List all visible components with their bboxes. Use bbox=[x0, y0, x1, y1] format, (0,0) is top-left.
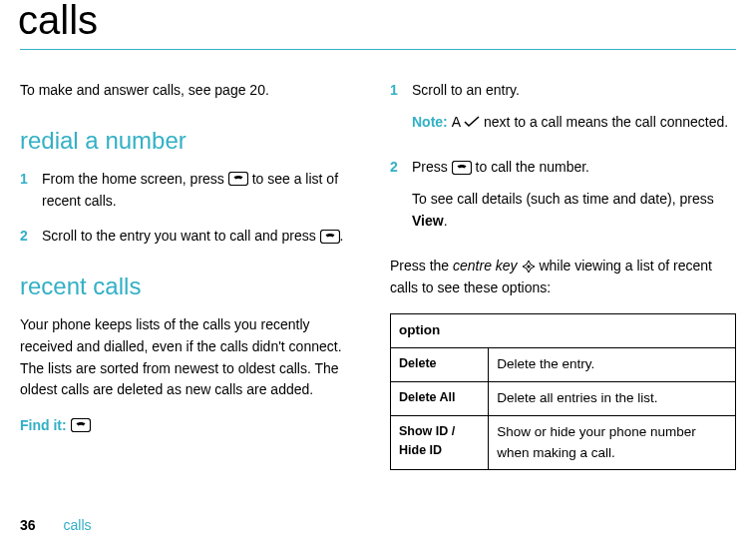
option-name: Show ID / Hide ID bbox=[391, 415, 489, 470]
step-pre: From the home screen, press bbox=[42, 171, 228, 187]
centre-key-icon bbox=[522, 260, 536, 273]
svg-rect-1 bbox=[320, 230, 339, 243]
send-key-icon bbox=[320, 230, 340, 244]
step-pre: Scroll to the entry you want to call and… bbox=[42, 228, 320, 244]
option-desc: Show or hide your phone number when maki… bbox=[489, 415, 736, 470]
send-key-icon bbox=[71, 418, 91, 432]
find-it-label: Find it: bbox=[20, 417, 71, 433]
svg-rect-0 bbox=[228, 173, 247, 186]
send-key-icon bbox=[228, 172, 248, 186]
step-number: 2 bbox=[390, 157, 400, 179]
step-text: Scroll to the entry you want to call and… bbox=[42, 226, 366, 248]
footer-section: calls bbox=[64, 517, 92, 533]
note-line: Note: A next to a call means the call co… bbox=[412, 112, 736, 134]
step-number: 1 bbox=[390, 80, 400, 102]
redial-step-1: 1 From the home screen, press to see a l… bbox=[20, 169, 366, 212]
step-1-text: Scroll to an entry. bbox=[412, 80, 736, 102]
page-title: calls bbox=[18, 0, 736, 43]
see-details-pre: To see call details (such as time and da… bbox=[412, 191, 714, 207]
step-pre: Press bbox=[412, 159, 452, 175]
step-text: Scroll to an entry. Note: A next to a ca… bbox=[412, 80, 736, 143]
recent-step-1: 1 Scroll to an entry. Note: A next to a … bbox=[390, 80, 736, 143]
see-details-post: . bbox=[444, 213, 448, 229]
step-text: Press to call the number. To see call de… bbox=[412, 157, 736, 242]
section-recent-heading: recent calls bbox=[20, 268, 366, 304]
send-key-icon bbox=[452, 161, 472, 175]
note-post: next to a call means the call connected. bbox=[480, 114, 728, 130]
step-number: 2 bbox=[20, 226, 30, 248]
step-post: . bbox=[340, 228, 344, 244]
table-row: Show ID / Hide ID Show or hide your phon… bbox=[391, 415, 736, 470]
option-desc: Delete all entries in the list. bbox=[489, 381, 736, 415]
check-icon bbox=[464, 116, 480, 128]
footer: 36calls bbox=[20, 517, 92, 533]
title-divider bbox=[20, 49, 736, 50]
svg-rect-3 bbox=[452, 161, 471, 174]
svg-point-4 bbox=[527, 265, 530, 268]
option-desc: Delete the entry. bbox=[489, 347, 736, 381]
table-header-row: option bbox=[391, 313, 736, 347]
page-number: 36 bbox=[20, 517, 36, 533]
recent-para: Your phone keeps lists of the calls you … bbox=[20, 314, 366, 401]
option-name: Delete All bbox=[391, 381, 489, 415]
table-row: Delete Delete the entry. bbox=[391, 347, 736, 381]
redial-step-2: 2 Scroll to the entry you want to call a… bbox=[20, 226, 366, 248]
left-column: To make and answer calls, see page 20. r… bbox=[20, 80, 366, 470]
step-post: to call the number. bbox=[472, 159, 589, 175]
section-redial-heading: redial a number bbox=[20, 122, 366, 159]
step-2-line2: To see call details (such as time and da… bbox=[412, 189, 736, 232]
note-pre: A bbox=[452, 114, 464, 130]
note-label: Note: bbox=[412, 114, 452, 130]
step-number: 1 bbox=[20, 169, 30, 191]
step-text: From the home screen, press to see a lis… bbox=[42, 169, 366, 212]
svg-rect-2 bbox=[71, 419, 90, 432]
step-2-line1: Press to call the number. bbox=[412, 157, 736, 179]
option-name: Delete bbox=[391, 347, 489, 381]
recent-step-2: 2 Press to call the number. To see call … bbox=[390, 157, 736, 242]
options-table: option Delete Delete the entry. Delete A… bbox=[390, 313, 736, 471]
intro-text: To make and answer calls, see page 20. bbox=[20, 80, 366, 102]
find-it-line: Find it: bbox=[20, 415, 366, 437]
table-row: Delete All Delete all entries in the lis… bbox=[391, 381, 736, 415]
right-column: 1 Scroll to an entry. Note: A next to a … bbox=[390, 80, 736, 470]
centre-key-name: centre key bbox=[453, 258, 518, 273]
press-centre-pre: Press the bbox=[390, 258, 453, 273]
table-header: option bbox=[391, 313, 736, 347]
press-centre-para: Press the centre key while viewing a lis… bbox=[390, 256, 736, 298]
view-key-name: View bbox=[412, 213, 444, 229]
